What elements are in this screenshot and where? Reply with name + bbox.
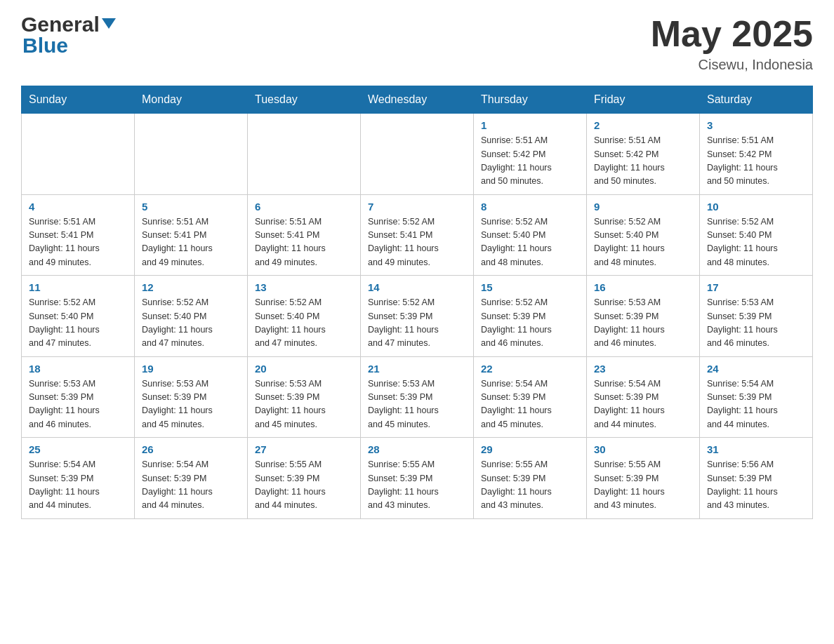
day-info: Sunrise: 5:52 AMSunset: 5:39 PMDaylight:… <box>368 296 466 351</box>
day-info: Sunrise: 5:54 AMSunset: 5:39 PMDaylight:… <box>707 377 805 432</box>
calendar-cell: 27Sunrise: 5:55 AMSunset: 5:39 PMDayligh… <box>248 438 361 519</box>
calendar-week-4: 18Sunrise: 5:53 AMSunset: 5:39 PMDayligh… <box>22 356 813 438</box>
calendar-cell: 1Sunrise: 5:51 AMSunset: 5:42 PMDaylight… <box>474 114 587 195</box>
title-block: May 2025 Cisewu, Indonesia <box>651 14 813 73</box>
day-info: Sunrise: 5:53 AMSunset: 5:39 PMDaylight:… <box>594 296 692 351</box>
calendar-cell: 18Sunrise: 5:53 AMSunset: 5:39 PMDayligh… <box>22 356 135 438</box>
day-info: Sunrise: 5:52 AMSunset: 5:40 PMDaylight:… <box>481 215 579 270</box>
logo: General Blue <box>21 14 116 58</box>
day-info: Sunrise: 5:52 AMSunset: 5:41 PMDaylight:… <box>368 215 466 270</box>
calendar-cell: 3Sunrise: 5:51 AMSunset: 5:42 PMDaylight… <box>700 114 813 195</box>
day-info: Sunrise: 5:52 AMSunset: 5:40 PMDaylight:… <box>142 296 240 351</box>
calendar-cell: 15Sunrise: 5:52 AMSunset: 5:39 PMDayligh… <box>474 276 587 357</box>
calendar-cell: 10Sunrise: 5:52 AMSunset: 5:40 PMDayligh… <box>700 194 813 276</box>
calendar-cell: 26Sunrise: 5:54 AMSunset: 5:39 PMDayligh… <box>135 438 248 519</box>
calendar-cell <box>361 114 474 195</box>
day-info: Sunrise: 5:51 AMSunset: 5:42 PMDaylight:… <box>707 134 805 189</box>
calendar-cell: 21Sunrise: 5:53 AMSunset: 5:39 PMDayligh… <box>361 356 474 438</box>
day-number: 6 <box>255 201 353 213</box>
day-number: 19 <box>142 363 240 375</box>
day-number: 4 <box>29 201 127 213</box>
calendar-cell: 16Sunrise: 5:53 AMSunset: 5:39 PMDayligh… <box>587 276 700 357</box>
day-number: 17 <box>707 281 805 293</box>
calendar-week-2: 4Sunrise: 5:51 AMSunset: 5:41 PMDaylight… <box>22 194 813 276</box>
day-number: 11 <box>29 281 127 293</box>
calendar-cell: 29Sunrise: 5:55 AMSunset: 5:39 PMDayligh… <box>474 438 587 519</box>
calendar-week-1: 1Sunrise: 5:51 AMSunset: 5:42 PMDaylight… <box>22 114 813 195</box>
col-header-monday: Monday <box>135 86 248 114</box>
day-number: 15 <box>481 281 579 293</box>
day-info: Sunrise: 5:53 AMSunset: 5:39 PMDaylight:… <box>142 377 240 432</box>
day-number: 28 <box>368 443 466 455</box>
day-info: Sunrise: 5:55 AMSunset: 5:39 PMDaylight:… <box>594 458 692 513</box>
day-number: 10 <box>707 201 805 213</box>
day-number: 7 <box>368 201 466 213</box>
calendar-cell: 31Sunrise: 5:56 AMSunset: 5:39 PMDayligh… <box>700 438 813 519</box>
calendar-cell: 23Sunrise: 5:54 AMSunset: 5:39 PMDayligh… <box>587 356 700 438</box>
calendar-cell: 28Sunrise: 5:55 AMSunset: 5:39 PMDayligh… <box>361 438 474 519</box>
day-info: Sunrise: 5:52 AMSunset: 5:40 PMDaylight:… <box>255 296 353 351</box>
day-info: Sunrise: 5:51 AMSunset: 5:42 PMDaylight:… <box>594 134 692 189</box>
day-number: 22 <box>481 363 579 375</box>
day-number: 20 <box>255 363 353 375</box>
day-number: 2 <box>594 119 692 131</box>
calendar-table: Sunday Monday Tuesday Wednesday Thursday… <box>21 86 813 519</box>
col-header-tuesday: Tuesday <box>248 86 361 114</box>
day-info: Sunrise: 5:53 AMSunset: 5:39 PMDaylight:… <box>707 296 805 351</box>
day-info: Sunrise: 5:56 AMSunset: 5:39 PMDaylight:… <box>707 458 805 513</box>
day-info: Sunrise: 5:53 AMSunset: 5:39 PMDaylight:… <box>255 377 353 432</box>
day-info: Sunrise: 5:51 AMSunset: 5:42 PMDaylight:… <box>481 134 579 189</box>
calendar-cell: 8Sunrise: 5:52 AMSunset: 5:40 PMDaylight… <box>474 194 587 276</box>
calendar-cell: 19Sunrise: 5:53 AMSunset: 5:39 PMDayligh… <box>135 356 248 438</box>
calendar-cell: 20Sunrise: 5:53 AMSunset: 5:39 PMDayligh… <box>248 356 361 438</box>
calendar-cell: 17Sunrise: 5:53 AMSunset: 5:39 PMDayligh… <box>700 276 813 357</box>
col-header-thursday: Thursday <box>474 86 587 114</box>
day-number: 14 <box>368 281 466 293</box>
calendar-cell <box>248 114 361 195</box>
day-number: 12 <box>142 281 240 293</box>
day-number: 31 <box>707 443 805 455</box>
logo-line1: General <box>21 14 116 35</box>
calendar-title: May 2025 <box>651 14 813 54</box>
day-number: 25 <box>29 443 127 455</box>
calendar-subtitle: Cisewu, Indonesia <box>651 57 813 73</box>
day-number: 1 <box>481 119 579 131</box>
day-info: Sunrise: 5:51 AMSunset: 5:41 PMDaylight:… <box>29 215 127 270</box>
calendar-header-row: Sunday Monday Tuesday Wednesday Thursday… <box>22 86 813 114</box>
day-info: Sunrise: 5:53 AMSunset: 5:39 PMDaylight:… <box>368 377 466 432</box>
calendar-cell <box>135 114 248 195</box>
col-header-wednesday: Wednesday <box>361 86 474 114</box>
calendar-cell: 11Sunrise: 5:52 AMSunset: 5:40 PMDayligh… <box>22 276 135 357</box>
day-info: Sunrise: 5:51 AMSunset: 5:41 PMDaylight:… <box>142 215 240 270</box>
day-info: Sunrise: 5:51 AMSunset: 5:41 PMDaylight:… <box>255 215 353 270</box>
calendar-cell: 22Sunrise: 5:54 AMSunset: 5:39 PMDayligh… <box>474 356 587 438</box>
day-number: 24 <box>707 363 805 375</box>
day-info: Sunrise: 5:55 AMSunset: 5:39 PMDaylight:… <box>481 458 579 513</box>
day-number: 30 <box>594 443 692 455</box>
calendar-cell: 5Sunrise: 5:51 AMSunset: 5:41 PMDaylight… <box>135 194 248 276</box>
calendar-cell: 14Sunrise: 5:52 AMSunset: 5:39 PMDayligh… <box>361 276 474 357</box>
calendar-cell: 25Sunrise: 5:54 AMSunset: 5:39 PMDayligh… <box>22 438 135 519</box>
calendar-cell <box>22 114 135 195</box>
day-info: Sunrise: 5:55 AMSunset: 5:39 PMDaylight:… <box>255 458 353 513</box>
calendar-cell: 2Sunrise: 5:51 AMSunset: 5:42 PMDaylight… <box>587 114 700 195</box>
day-number: 5 <box>142 201 240 213</box>
day-info: Sunrise: 5:52 AMSunset: 5:40 PMDaylight:… <box>707 215 805 270</box>
day-number: 3 <box>707 119 805 131</box>
col-header-friday: Friday <box>587 86 700 114</box>
calendar-cell: 30Sunrise: 5:55 AMSunset: 5:39 PMDayligh… <box>587 438 700 519</box>
day-info: Sunrise: 5:55 AMSunset: 5:39 PMDaylight:… <box>368 458 466 513</box>
day-info: Sunrise: 5:54 AMSunset: 5:39 PMDaylight:… <box>29 458 127 513</box>
calendar-week-5: 25Sunrise: 5:54 AMSunset: 5:39 PMDayligh… <box>22 438 813 519</box>
day-number: 8 <box>481 201 579 213</box>
day-info: Sunrise: 5:54 AMSunset: 5:39 PMDaylight:… <box>481 377 579 432</box>
calendar-cell: 6Sunrise: 5:51 AMSunset: 5:41 PMDaylight… <box>248 194 361 276</box>
calendar-cell: 9Sunrise: 5:52 AMSunset: 5:40 PMDaylight… <box>587 194 700 276</box>
day-number: 26 <box>142 443 240 455</box>
day-info: Sunrise: 5:54 AMSunset: 5:39 PMDaylight:… <box>594 377 692 432</box>
calendar-cell: 4Sunrise: 5:51 AMSunset: 5:41 PMDaylight… <box>22 194 135 276</box>
day-info: Sunrise: 5:52 AMSunset: 5:40 PMDaylight:… <box>594 215 692 270</box>
logo-triangle-icon <box>102 18 116 29</box>
calendar-cell: 13Sunrise: 5:52 AMSunset: 5:40 PMDayligh… <box>248 276 361 357</box>
day-number: 29 <box>481 443 579 455</box>
